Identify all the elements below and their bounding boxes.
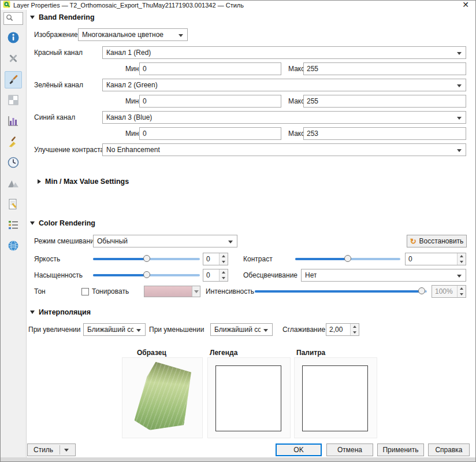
- search-icon: [6, 14, 13, 23]
- colorize-label: Тонировать: [92, 285, 129, 298]
- sidebar-item-server[interactable]: [5, 238, 22, 255]
- red-channel-label: Красный канал: [34, 46, 83, 59]
- window-bottom-edge: [1, 457, 475, 461]
- strength-label: Интенсивность: [206, 285, 254, 298]
- sidebar: [1, 10, 27, 457]
- hue-label: Тон: [34, 285, 46, 298]
- green-min-input[interactable]: [139, 95, 281, 108]
- spin-up-icon[interactable]: [458, 286, 466, 291]
- spin-down-icon[interactable]: [458, 291, 466, 297]
- spin-up-icon[interactable]: [351, 324, 359, 330]
- apply-button-label: Применить: [382, 446, 418, 454]
- spin-up-icon[interactable]: [220, 253, 228, 259]
- spin-up-icon[interactable]: [458, 253, 466, 259]
- image-type-combo[interactable]: Многоканальное цветное: [78, 28, 188, 41]
- spin-down-icon[interactable]: [220, 259, 228, 265]
- max-label: Макс: [288, 95, 304, 108]
- sidebar-item-metadata[interactable]: [5, 196, 22, 213]
- red-min-input[interactable]: [139, 62, 281, 75]
- chevron-down-icon: [457, 275, 462, 278]
- titlebar: Layer Properties — T2_Orthomosaic_Export…: [1, 1, 475, 10]
- sidebar-item-rendering[interactable]: [5, 134, 22, 151]
- color-rendering-title: Color Rendering: [39, 219, 95, 227]
- chevron-down-icon: [64, 449, 69, 452]
- green-channel-combo[interactable]: Канал 2 (Green): [102, 79, 466, 91]
- cancel-button[interactable]: Отмена: [326, 443, 373, 456]
- histogram-icon: [7, 114, 20, 129]
- sidebar-item-symbology[interactable]: [5, 71, 22, 88]
- sidebar-search[interactable]: [3, 12, 23, 25]
- sidebar-item-pyramids[interactable]: [5, 175, 22, 193]
- sidebar-item-transparency[interactable]: [5, 92, 22, 109]
- strength-spin[interactable]: 100%: [432, 285, 466, 298]
- mountain-icon: [7, 177, 20, 191]
- blend-mode-combo[interactable]: Обычный: [93, 235, 237, 247]
- zoom-in-combo[interactable]: Ближайший сосед: [83, 323, 146, 336]
- information-icon: [7, 31, 20, 46]
- qgis-logo-icon: [3, 1, 10, 10]
- saturation-label: Насыщенность: [34, 269, 83, 282]
- smoothing-spin[interactable]: 2,00: [326, 323, 359, 336]
- sidebar-item-temporal[interactable]: [5, 154, 22, 172]
- colorize-color-button[interactable]: [144, 286, 200, 297]
- zoom-in-label: При увеличении: [28, 323, 81, 336]
- slider-handle[interactable]: [418, 287, 425, 294]
- minmax-settings-toggle[interactable]: Min / Max Value Settings: [38, 176, 129, 187]
- contrast-slider[interactable]: [295, 253, 400, 265]
- style-menu-button[interactable]: Стиль: [27, 443, 76, 456]
- sidebar-item-information[interactable]: [5, 29, 22, 47]
- strength-slider[interactable]: [255, 285, 427, 298]
- spin-down-icon[interactable]: [220, 275, 228, 281]
- paintbrush-icon: [7, 73, 20, 87]
- contrast-spin[interactable]: 0: [405, 253, 466, 265]
- grayscale-combo[interactable]: Нет: [301, 269, 466, 282]
- band-rendering-header[interactable]: Band Rendering: [30, 12, 95, 23]
- interpolation-title: Интерполяция: [39, 308, 91, 316]
- sample-label: Образец: [137, 348, 166, 357]
- ok-button[interactable]: OK: [276, 443, 322, 456]
- apply-button[interactable]: Применить: [377, 443, 424, 456]
- color-rendering-header[interactable]: Color Rendering: [30, 218, 95, 228]
- blue-max-input[interactable]: [303, 127, 466, 140]
- help-button[interactable]: Справка: [428, 443, 470, 456]
- spin-down-icon[interactable]: [351, 330, 359, 335]
- slider-track: [255, 290, 427, 293]
- colorize-checkbox[interactable]: [81, 288, 89, 295]
- chevron-down-icon: [263, 329, 268, 332]
- green-channel-label: Зелёный канал: [34, 79, 83, 91]
- red-max-input[interactable]: [303, 62, 466, 75]
- collapse-triangle-icon: [30, 221, 35, 225]
- spin-up-icon[interactable]: [220, 269, 228, 275]
- spin-down-icon[interactable]: [458, 259, 466, 265]
- slider-handle[interactable]: [143, 271, 150, 278]
- close-icon[interactable]: ✕: [460, 1, 471, 10]
- brightness-spin[interactable]: 0: [203, 253, 228, 265]
- blue-channel-label: Синий канал: [34, 111, 75, 124]
- orthomosaic-thumbnail: [133, 360, 194, 435]
- slider-handle[interactable]: [143, 255, 150, 262]
- contrast-enhancement-combo[interactable]: No Enhancement: [102, 143, 466, 156]
- sidebar-item-histogram[interactable]: [5, 113, 22, 130]
- saturation-spin[interactable]: 0: [203, 269, 228, 282]
- zoom-out-combo[interactable]: Ближайший сосед: [210, 323, 273, 336]
- red-channel-combo[interactable]: Канал 1 (Red): [102, 46, 466, 59]
- sidebar-item-source[interactable]: [5, 50, 22, 68]
- reset-button[interactable]: ↻ Восстановить: [407, 235, 467, 247]
- blue-channel-combo[interactable]: Канал 3 (Blue): [102, 111, 466, 124]
- grayscale-label: Обесцвечивание: [243, 269, 298, 282]
- sidebar-item-legend[interactable]: [5, 217, 22, 234]
- slider-handle[interactable]: [344, 255, 351, 262]
- chevron-down-icon[interactable]: [192, 286, 200, 297]
- cancel-button-label: Отмена: [337, 446, 362, 454]
- blue-min-input[interactable]: [139, 127, 281, 140]
- help-button-label: Справка: [435, 446, 462, 454]
- chevron-down-icon: [457, 149, 462, 152]
- legend-list-icon: [7, 219, 20, 233]
- interpolation-header[interactable]: Интерполяция: [30, 307, 91, 317]
- clock-icon: [7, 156, 20, 171]
- contrast-value: 0: [406, 253, 457, 265]
- green-max-input[interactable]: [303, 95, 466, 108]
- refresh-icon: ↻: [410, 237, 416, 246]
- saturation-slider[interactable]: [93, 269, 200, 282]
- brightness-slider[interactable]: [93, 253, 200, 265]
